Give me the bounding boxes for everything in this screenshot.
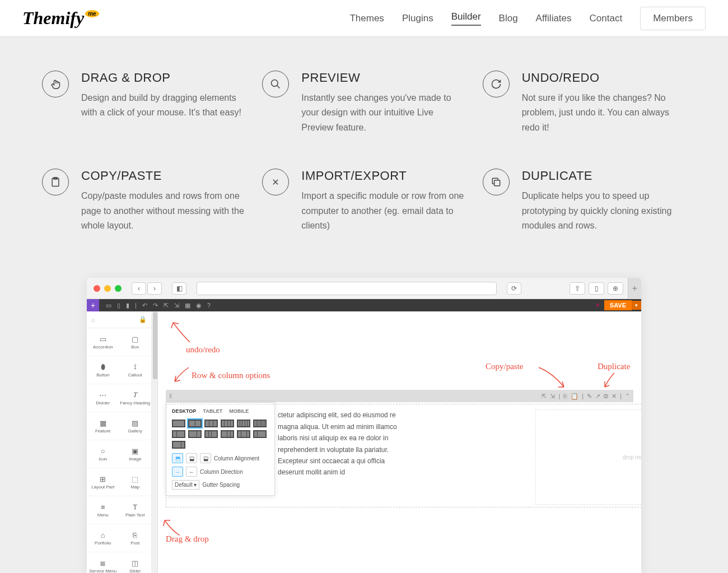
nav-builder[interactable]: Builder — [451, 11, 481, 26]
fwd-button[interactable]: › — [147, 282, 162, 295]
module-label: Box — [131, 345, 139, 350]
module-icon: ≡ — [101, 503, 105, 511]
module-box[interactable]: ▢Box — [119, 328, 152, 356]
module-layout-part[interactable]: ⊞Layout Part — [87, 468, 119, 496]
nav-blog[interactable]: Blog — [499, 13, 518, 24]
drop-zone[interactable]: drop module here — [535, 409, 641, 505]
module-callout[interactable]: ⟟Callout — [119, 356, 152, 384]
module-button[interactable]: ⬮Button — [87, 356, 119, 384]
close-dot-icon[interactable] — [94, 285, 100, 292]
new-tab-button[interactable]: + — [628, 278, 641, 299]
logo[interactable]: Themify me — [22, 8, 99, 29]
logo-text: Themify — [22, 8, 84, 29]
svg-point-0 — [272, 80, 278, 87]
lock-icon[interactable]: 🔒 — [139, 316, 147, 323]
tabs-icon[interactable]: ▯ — [589, 282, 604, 295]
mobile-icon[interactable]: ▮ — [126, 302, 129, 309]
save-button[interactable]: SAVE — [604, 300, 632, 310]
module-label: Gallery — [128, 429, 142, 434]
nav-themes[interactable]: Themes — [349, 13, 384, 24]
module-icon: ▨ — [132, 419, 138, 427]
feature-desc: Copy/paste modules and rows from one pag… — [81, 189, 245, 233]
help-icon[interactable]: ? — [207, 302, 211, 309]
members-button[interactable]: Members — [640, 7, 706, 30]
annotation-undo: undo/redo — [186, 345, 220, 355]
module-icon: ≣ — [100, 559, 106, 567]
module-image[interactable]: ▣Image — [119, 440, 152, 468]
feature-import-export: IMPORT/EXPORTImport a specific module or… — [262, 169, 465, 233]
export-row-icon[interactable]: ⇱ — [542, 393, 547, 400]
module-portfolio[interactable]: ⌂Portfolio — [87, 524, 119, 552]
module-gallery[interactable]: ▨Gallery — [119, 412, 152, 440]
module-label: Button — [96, 373, 109, 378]
module-label: Service Menu — [89, 569, 116, 573]
redo-icon[interactable]: ↷ — [153, 302, 158, 309]
arrow-icon — [169, 362, 192, 384]
module-icon: ⬚ — [132, 475, 138, 483]
browser-nav: ‹› — [132, 282, 162, 295]
search-icon: ⌕ — [91, 316, 95, 324]
module-sidebar: ⌕🔒 ▭Accordion▢Box⬮Button⟟Callout⋯Divider… — [87, 311, 152, 573]
duplicate-icon — [483, 169, 510, 195]
grip-icon[interactable]: ⫴ — [169, 392, 172, 400]
nav-contact[interactable]: Contact — [590, 13, 623, 24]
delete-row-icon[interactable]: ✕ — [612, 393, 617, 400]
share-icon[interactable]: ⇪ — [570, 282, 585, 295]
tablet-icon[interactable]: ▯ — [117, 302, 120, 309]
traffic-lights — [94, 285, 122, 292]
url-bar[interactable] — [197, 282, 497, 295]
layout-icon[interactable]: ▦ — [185, 302, 190, 309]
max-dot-icon[interactable] — [115, 285, 122, 292]
module-post[interactable]: ⎘Post — [119, 524, 152, 552]
divider-icon: | — [620, 393, 622, 400]
undo-icon[interactable]: ↶ — [142, 302, 147, 309]
feature-title: PREVIEW — [301, 71, 465, 85]
add-icon[interactable]: ⊕ — [608, 282, 623, 295]
annotation-copy: Copy/paste — [486, 362, 524, 371]
add-module-button[interactable]: + — [87, 299, 99, 311]
globe-icon[interactable]: ◉ — [196, 302, 202, 309]
close-icon[interactable]: × — [591, 301, 604, 309]
module-label: Map — [130, 485, 139, 490]
transfer-icon — [262, 169, 289, 195]
feature-title: UNDO/REDO — [522, 71, 686, 85]
import-icon[interactable]: ⇱ — [164, 302, 169, 309]
feature-copy-paste: COPY/PASTECopy/paste modules and rows fr… — [42, 169, 245, 233]
module-service-menu[interactable]: ≣Service Menu — [87, 552, 119, 573]
module-feature[interactable]: ▦Feature — [87, 412, 119, 440]
desktop-icon[interactable]: ▭ — [106, 302, 111, 309]
module-menu[interactable]: ≡Menu — [87, 496, 119, 524]
module-icon[interactable]: ○Icon — [87, 440, 119, 468]
nav-plugins[interactable]: Plugins — [402, 13, 433, 24]
module-fancy-heading[interactable]: 𝑇Fancy Heading — [119, 384, 152, 412]
min-dot-icon[interactable] — [104, 285, 111, 292]
sidebar-toggle-icon[interactable]: ◧ — [172, 282, 186, 295]
style-row-icon[interactable]: ↗ — [595, 393, 600, 400]
feature-title: DUPLICATE — [522, 169, 686, 183]
browser-chrome: ‹› ◧ ⟳ ⇪ ▯ ⊕ + — [87, 278, 641, 299]
collapse-row-icon[interactable]: ⌃ — [625, 393, 630, 400]
browser-actions: ⇪ ▯ ⊕ — [570, 282, 623, 295]
paste-row-icon[interactable]: 📋 — [571, 393, 578, 400]
back-button[interactable]: ‹ — [132, 282, 146, 295]
module-divider[interactable]: ⋯Divider — [87, 384, 119, 412]
module-map[interactable]: ⬚Map — [119, 468, 152, 496]
duplicate-row-icon[interactable]: ⧉ — [604, 393, 608, 400]
module-icon: ▭ — [100, 335, 106, 343]
module-slider[interactable]: ◫Slider — [119, 552, 152, 573]
nav-affiliates[interactable]: Affiliates — [536, 13, 572, 24]
import-row-icon[interactable]: ⇲ — [550, 393, 555, 400]
scroll-thumb[interactable] — [153, 312, 157, 379]
module-accordion[interactable]: ▭Accordion — [87, 328, 119, 356]
module-icon: ▣ — [132, 447, 138, 455]
save-dropdown-icon[interactable]: ▾ — [632, 301, 641, 310]
scrollbar[interactable] — [152, 311, 158, 573]
edit-row-icon[interactable]: ✎ — [587, 393, 592, 400]
svg-line-1 — [277, 86, 280, 88]
module-label: Icon — [99, 457, 107, 462]
reload-icon[interactable]: ⟳ — [507, 282, 521, 295]
export-icon[interactable]: ⇲ — [174, 302, 179, 309]
module-plain-text[interactable]: TPlain Text — [119, 496, 152, 524]
module-search[interactable]: ⌕🔒 — [87, 311, 151, 328]
copy-row-icon[interactable]: ⎘ — [563, 393, 567, 400]
